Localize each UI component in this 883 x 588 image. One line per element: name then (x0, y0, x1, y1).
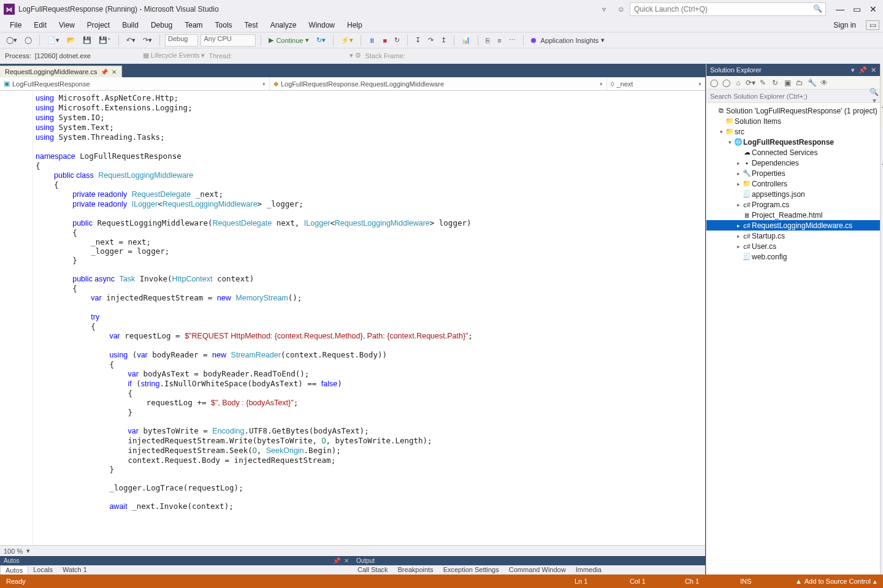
tab-exception-settings[interactable]: Exception Settings (438, 565, 504, 574)
menu-build[interactable]: Build (116, 20, 145, 31)
continue-button[interactable]: ▶ Continue ▾ (266, 35, 312, 45)
tab-breakpoints[interactable]: Breakpoints (393, 565, 438, 574)
collapse-icon[interactable]: ▣ (782, 78, 792, 88)
close-icon[interactable]: ✕ (112, 69, 117, 75)
zoom-chevron-icon[interactable]: ▾ (26, 547, 30, 555)
application-insights-button[interactable]: Application Insights ▾ (529, 35, 608, 45)
tab-locals[interactable]: Locals (28, 565, 58, 574)
menu-help[interactable]: Help (341, 20, 369, 31)
tree-node[interactable]: ▸c#RequestLoggingMiddleware.cs (706, 220, 880, 231)
menu-team[interactable]: Team (178, 20, 208, 31)
account-icon[interactable]: ▭ (866, 20, 879, 30)
step-over-button[interactable]: ↷ (426, 35, 436, 45)
step-out-button[interactable]: ↥ (438, 35, 449, 45)
tree-node[interactable]: 📁Solution Items (706, 116, 880, 126)
code-editor[interactable]: using Microsoft.AspNetCore.Http; using M… (0, 91, 705, 545)
step-into-button[interactable]: ↧ (413, 35, 423, 45)
menu-file[interactable]: File (4, 20, 28, 31)
close-icon[interactable]: ✕ (871, 66, 876, 74)
nav-class-combo[interactable]: ◆ LogFullRequestResponse.RequestLoggingM… (270, 77, 607, 90)
home-icon[interactable]: ⌂ (733, 78, 743, 88)
tree-node[interactable]: ☁Connected Services (706, 147, 880, 158)
stop-button[interactable]: ■ (380, 36, 389, 45)
tb-more-3[interactable]: ⋯ (506, 35, 518, 45)
dropdown-icon[interactable]: ▾ (851, 66, 855, 74)
fwd-icon[interactable]: ◯ (721, 78, 731, 88)
restart-button[interactable]: ↻ (392, 35, 402, 45)
pending-icon[interactable]: ✎ (758, 78, 768, 88)
save-all-button[interactable]: 💾⁺ (96, 35, 113, 45)
toggle-threads-button[interactable]: ▾ ⚙ (350, 52, 361, 59)
browser-link-button[interactable]: ⚡▾ (338, 35, 356, 45)
platform-combo[interactable]: Any CPU (201, 34, 256, 47)
maximize-button[interactable]: ▭ (853, 4, 861, 14)
lifecycle-events-button[interactable]: ▦ Lifecycle Events ▾ (143, 52, 205, 59)
diag-tools-button[interactable]: 📊 (459, 35, 473, 45)
tree-node[interactable]: ▾🌐LogFullRequestResponse (706, 137, 880, 147)
undo-button[interactable]: ↶▾ (124, 35, 138, 45)
tree-node[interactable]: ▸c#User.cs (706, 241, 880, 251)
tree-node[interactable]: ▾📁src (706, 126, 880, 137)
menu-tools[interactable]: Tools (209, 20, 239, 31)
showall-icon[interactable]: 🗀 (795, 78, 805, 88)
tree-node[interactable]: ▸•Dependencies (706, 158, 880, 168)
preview-icon[interactable]: 👁 (819, 78, 829, 88)
pin-icon[interactable]: 📌 (858, 66, 867, 74)
close-icon[interactable]: ✕ (344, 557, 349, 564)
code-content[interactable]: using Microsoft.AspNetCore.Http; using M… (33, 91, 705, 545)
pin-icon[interactable]: 📌 (101, 69, 108, 75)
properties-icon[interactable]: 🔧 (807, 78, 817, 88)
config-combo[interactable]: Debug (165, 34, 198, 47)
sync-icon[interactable]: ⟳▾ (746, 78, 755, 88)
feedback-icon[interactable]: ☺ (616, 4, 626, 14)
tree-node[interactable]: ▸🔧Properties (706, 168, 880, 178)
nav-project-combo[interactable]: ▣ LogFullRequestResponse▾ (0, 77, 270, 90)
menu-analyze[interactable]: Analyze (264, 20, 303, 31)
pause-button[interactable]: ⏸ (366, 36, 378, 45)
menu-window[interactable]: Window (302, 20, 341, 31)
tree-node[interactable]: ▸c#Startup.cs (706, 231, 880, 241)
tb-more-1[interactable]: ⎘ (483, 36, 492, 45)
vtab-team-explorer[interactable]: Team Explorer (881, 134, 883, 185)
vtab-solution-explorer[interactable]: Solution Explorer (881, 69, 883, 128)
tab-command-window[interactable]: Command Window (504, 565, 571, 574)
tree-node[interactable]: ▸c#Program.cs (706, 199, 880, 210)
pin-icon[interactable]: 📌 (333, 557, 340, 564)
signin-link[interactable]: Sign in (827, 20, 862, 31)
search-icon[interactable]: 🔍▾ (869, 88, 880, 105)
menu-debug[interactable]: Debug (145, 20, 178, 31)
tree-node[interactable]: 🧾appsettings.json (706, 189, 880, 199)
tb-more-2[interactable]: ≡ (495, 36, 503, 45)
redo-button[interactable]: ↷▾ (140, 35, 155, 45)
refresh-button[interactable]: ↻▾ (314, 35, 328, 45)
close-button[interactable]: ✕ (870, 4, 877, 14)
menu-test[interactable]: Test (239, 20, 264, 31)
open-button[interactable]: 📂 (64, 35, 78, 45)
solution-search-input[interactable] (706, 90, 869, 102)
back-icon[interactable]: ◯ (709, 78, 719, 88)
tree-node[interactable]: 🧾web.config (706, 251, 880, 262)
process-combo[interactable]: [12060] dotnet.exe (35, 52, 139, 59)
menu-project[interactable]: Project (81, 20, 116, 31)
source-control-button[interactable]: ▲ Add to Source Control ▴ (795, 578, 877, 586)
refresh-icon[interactable]: ↻ (770, 78, 780, 88)
tab-callstack[interactable]: Call Stack (353, 565, 393, 574)
quick-launch-input[interactable] (630, 2, 826, 16)
tab-watch1[interactable]: Watch 1 (58, 565, 92, 574)
tree-node[interactable]: 🗎Project_Readme.html (706, 210, 880, 220)
tree-node[interactable]: ⧉Solution 'LogFullRequestResponse' (1 pr… (706, 105, 880, 116)
menu-edit[interactable]: Edit (28, 20, 53, 31)
new-item-button[interactable]: 📄▾ (45, 35, 62, 45)
notifications-icon[interactable]: ▿ (599, 4, 609, 14)
menu-view[interactable]: View (53, 20, 81, 31)
nav-fwd-button[interactable]: ◯ (22, 35, 34, 45)
document-tab[interactable]: RequestLoggingMiddleware.cs 📌 ✕ (0, 66, 122, 77)
nav-member-combo[interactable]: ◊ _next▾ (607, 77, 705, 90)
tab-immediate[interactable]: Immedia (571, 565, 606, 574)
solution-tree[interactable]: ⧉Solution 'LogFullRequestResponse' (1 pr… (706, 103, 880, 575)
save-button[interactable]: 💾 (80, 35, 94, 45)
minimize-button[interactable]: — (836, 4, 844, 14)
zoom-level[interactable]: 100 % (4, 548, 23, 555)
nav-back-button[interactable]: ◯▾ (4, 35, 20, 45)
tree-node[interactable]: ▸📁Controllers (706, 178, 880, 189)
